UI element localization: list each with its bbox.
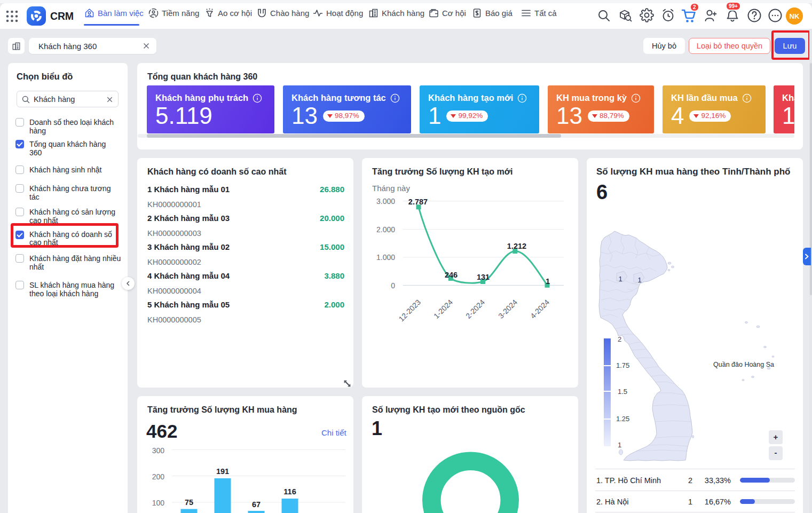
svg-text:1.000: 1.000 [376, 253, 395, 262]
svg-text:1: 1 [618, 441, 621, 449]
svg-text:2.000: 2.000 [376, 225, 395, 234]
svg-text:1.75: 1.75 [616, 361, 629, 369]
svg-text:-: - [775, 448, 777, 457]
svg-text:131: 131 [477, 273, 490, 281]
svg-text:200: 200 [152, 472, 165, 481]
svg-text:3-2024: 3-2024 [496, 298, 519, 320]
svg-text:12-2023: 12-2023 [397, 298, 422, 323]
svg-text:300: 300 [152, 446, 165, 455]
svg-text:1-2024: 1-2024 [432, 298, 454, 320]
svg-text:1.5: 1.5 [618, 388, 627, 396]
svg-text:4-2024: 4-2024 [529, 298, 551, 320]
svg-text:75: 75 [185, 498, 193, 507]
svg-text:1: 1 [546, 277, 550, 286]
svg-text:2.787: 2.787 [408, 198, 428, 206]
svg-text:3.000: 3.000 [376, 197, 395, 206]
svg-text:2-2024: 2-2024 [464, 298, 486, 320]
svg-text:0: 0 [391, 281, 395, 290]
svg-text:67: 67 [252, 500, 261, 509]
svg-text:116: 116 [283, 487, 296, 496]
svg-text:100: 100 [152, 499, 165, 507]
svg-text:1.25: 1.25 [616, 415, 629, 423]
svg-text:246: 246 [445, 271, 458, 279]
svg-text:+: + [774, 432, 778, 441]
svg-text:1: 1 [618, 275, 622, 283]
svg-text:Quần đảo Hoàng Sa: Quần đảo Hoàng Sa [713, 361, 774, 368]
svg-text:1.212: 1.212 [507, 242, 526, 250]
svg-text:191: 191 [216, 467, 229, 476]
svg-text:2: 2 [618, 335, 621, 343]
svg-text:1: 1 [637, 276, 641, 284]
